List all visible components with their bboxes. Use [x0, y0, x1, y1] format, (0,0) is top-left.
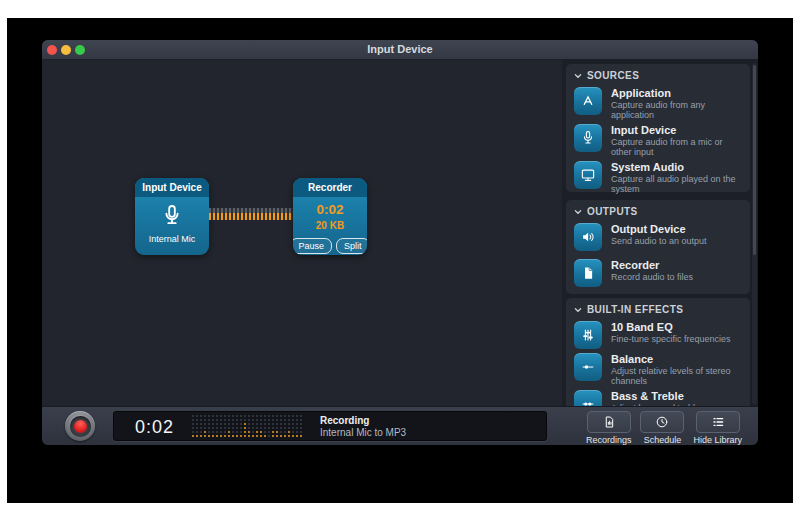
recordings-button-group: Recordings	[586, 411, 632, 445]
chevron-down-icon	[574, 72, 582, 80]
session-display: 0:02 Recording Internal Mic to MP3	[113, 411, 547, 441]
recorder-block[interactable]: Recorder 0:02 20 KB Pause Split	[293, 178, 367, 255]
balance-slider-icon	[579, 358, 597, 376]
library-sidebar: SOURCES Application Capture audio from a…	[562, 60, 758, 407]
recordings-icon	[601, 414, 617, 430]
title-bar[interactable]: Input Device	[42, 40, 758, 60]
sources-section-header[interactable]: SOURCES	[574, 70, 742, 82]
library-item-application[interactable]: Application Capture audio from any appli…	[574, 87, 742, 120]
library-item-output-device[interactable]: Output Device Send audio to an output	[574, 223, 742, 251]
pause-button[interactable]: Pause	[293, 238, 332, 254]
library-item-10-band-eq[interactable]: 10 Band EQ Fine-tune specific frequencie…	[574, 321, 742, 349]
schedule-label: Schedule	[644, 435, 682, 445]
built-in-effects-panel: BUILT-IN EFFECTS 10 Band EQ Fine-tune sp…	[566, 298, 750, 407]
recorder-block-title: Recorder	[293, 178, 367, 197]
hide-library-button-group: Hide Library	[693, 411, 742, 445]
library-item-bass-treble[interactable]: Bass & Treble Adjust bass and treble	[574, 390, 742, 407]
library-item-system-audio[interactable]: System Audio Capture all audio played on…	[574, 161, 742, 194]
file-icon	[579, 264, 597, 282]
hide-library-label: Hide Library	[693, 435, 742, 445]
sidebar-scrollbar[interactable]	[752, 63, 757, 404]
recording-timer: 0:02	[135, 413, 174, 441]
sources-panel: SOURCES Application Capture audio from a…	[566, 64, 750, 192]
split-button[interactable]: Split	[336, 238, 367, 254]
status-title: Recording	[320, 415, 406, 427]
recordings-label: Recordings	[586, 435, 632, 445]
chevron-down-icon	[574, 208, 582, 216]
schedule-button[interactable]	[640, 411, 684, 433]
hide-library-button[interactable]	[696, 411, 740, 433]
window-title: Input Device	[42, 40, 758, 59]
input-device-block-title: Input Device	[135, 178, 209, 197]
input-device-block[interactable]: Input Device Internal Mic	[135, 178, 209, 255]
recordings-button[interactable]	[587, 411, 631, 433]
display-icon	[579, 166, 597, 184]
pipeline-canvas[interactable]: Input Device Internal Mic Recorder 0:02 …	[42, 60, 562, 407]
microphone-icon	[159, 202, 185, 230]
transport-bar: 0:02 Recording Internal Mic to MP3 Recor…	[42, 406, 758, 445]
library-item-input-device[interactable]: Input Device Capture audio from a mic or…	[574, 124, 742, 157]
speaker-icon	[579, 228, 597, 246]
effects-section-header[interactable]: BUILT-IN EFFECTS	[574, 304, 742, 316]
microphone-icon	[579, 129, 597, 147]
outputs-panel: OUTPUTS Output Device Send audio to an o…	[566, 200, 750, 294]
app-window: Input Device Input Device Internal Mic R…	[42, 40, 758, 445]
record-button[interactable]	[65, 411, 95, 441]
audio-meter	[192, 415, 302, 437]
audio-flow-connection	[209, 208, 293, 220]
library-item-balance[interactable]: Balance Adjust relative levels of stereo…	[574, 353, 742, 386]
recorder-file-size: 20 KB	[293, 220, 367, 231]
outputs-section-header[interactable]: OUTPUTS	[574, 206, 742, 218]
chevron-down-icon	[574, 306, 582, 314]
clock-icon	[654, 414, 670, 430]
library-item-recorder[interactable]: Recorder Record audio to files	[574, 259, 742, 287]
equalizer-icon	[579, 326, 597, 344]
sidebar-scrollbar-thumb[interactable]	[753, 65, 756, 255]
application-icon	[579, 92, 597, 110]
list-icon	[710, 414, 726, 430]
schedule-button-group: Schedule	[640, 411, 684, 445]
record-icon	[74, 420, 87, 433]
status-detail: Internal Mic to MP3	[320, 427, 406, 439]
input-device-name: Internal Mic	[135, 234, 209, 244]
recorder-time: 0:02	[293, 202, 367, 217]
audio-flow-signal-row	[209, 213, 293, 220]
